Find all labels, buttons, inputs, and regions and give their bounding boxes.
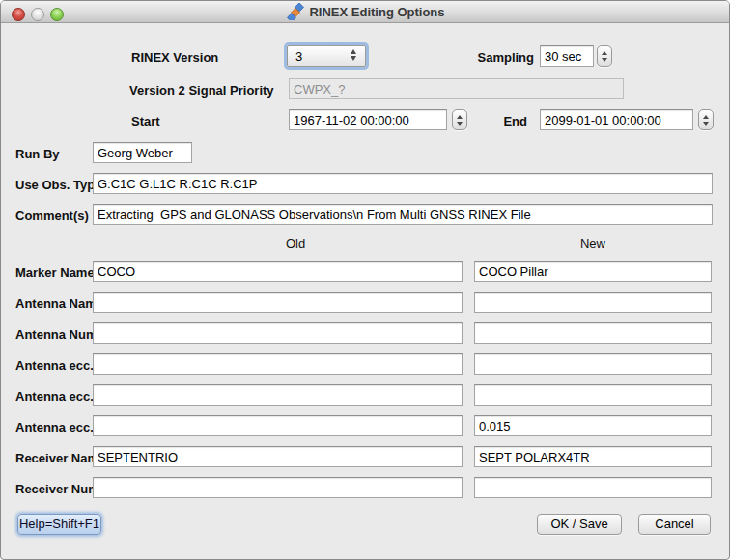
receiver-name-new-input[interactable] [474,446,712,467]
title-area: RINEX Editing Options [1,1,730,22]
end-label: End [489,114,527,128]
cancel-button[interactable]: Cancel [638,514,711,535]
receiver-name-old-input[interactable] [93,446,463,467]
marker-name-old-input[interactable] [93,261,463,282]
antenna-ecc-dn-new-input[interactable] [474,353,712,375]
new-column-header: New [574,237,612,251]
rinex-version-label: RINEX Version [131,50,218,65]
antenna-ecc-du-new-input[interactable] [474,415,712,436]
start-spinner[interactable] [452,109,467,130]
marker-name-label: Marker Name [15,266,95,280]
stepper-arrows-icon [351,49,356,61]
window-title: RINEX Editing Options [309,5,444,19]
start-label: Start [131,114,160,128]
ok-save-button[interactable]: OK / Save [537,514,622,535]
antenna-ecc-de-old-input[interactable] [93,384,463,406]
antenna-number-old-input[interactable] [93,322,463,344]
old-column-header: Old [276,237,315,251]
comments-input[interactable] [93,204,713,225]
antenna-ecc-du-old-input[interactable] [93,415,463,436]
receiver-number-new-input[interactable] [474,477,712,498]
sampling-label: Sampling [464,50,534,65]
antenna-name-old-input[interactable] [93,292,463,313]
titlebar: RINEX Editing Options [1,1,730,23]
signal-priority-label: Version 2 Signal Priority [129,83,274,98]
end-datetime-input[interactable] [540,109,693,130]
antenna-name-label: Antenna Name [15,296,103,311]
start-datetime-input[interactable] [289,109,447,130]
run-by-label: Run By [15,147,60,161]
obs-types-input[interactable] [93,173,713,194]
antenna-ecc-de-new-input[interactable] [474,384,712,406]
sampling-input[interactable] [540,45,594,67]
rinex-editing-options-window: RINEX Editing Options RINEX Version 3 Sa… [0,0,730,560]
run-by-input[interactable] [93,142,192,163]
antenna-ecc-dn-old-input[interactable] [93,353,463,375]
bnc-app-icon [287,3,304,20]
help-button[interactable]: Help=Shift+F1 [17,514,101,535]
rinex-version-select[interactable]: 3 [287,45,366,67]
comments-label: Comment(s) [15,209,89,223]
antenna-number-new-input[interactable] [474,322,712,344]
signal-priority-input [289,78,624,99]
antenna-name-new-input[interactable] [474,292,712,313]
end-spinner[interactable] [698,109,714,130]
rinex-version-value: 3 [295,49,302,64]
receiver-number-old-input[interactable] [93,477,463,498]
marker-name-new-input[interactable] [474,261,712,282]
sampling-spinner[interactable] [597,45,612,67]
